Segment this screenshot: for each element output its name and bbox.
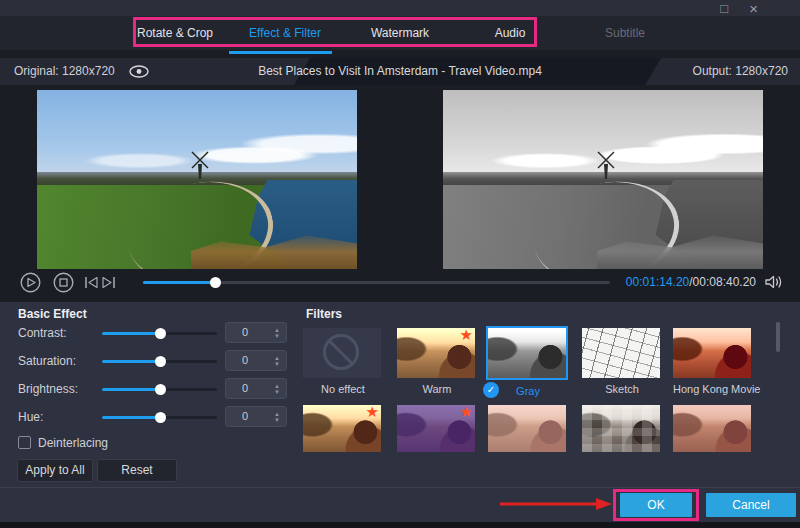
filter-tile-no-effect[interactable]: No effect bbox=[303, 328, 383, 395]
saturation-label: Saturation: bbox=[18, 354, 76, 368]
filter-tile-warm[interactable]: ★ Warm bbox=[397, 328, 477, 395]
thumbnail-art bbox=[582, 405, 660, 452]
filters-scrollbar[interactable] bbox=[776, 322, 780, 352]
filter-label: Hong Kong Movie bbox=[673, 383, 753, 395]
original-video-frame bbox=[37, 90, 357, 269]
no-effect-thumbnail bbox=[303, 328, 381, 378]
video-preview-panel: Original: 1280x720 Best Places to Visit … bbox=[0, 50, 800, 302]
selected-filter-check-icon: ✓ bbox=[483, 382, 499, 398]
current-time: 00:01:14.20 bbox=[626, 275, 689, 289]
spin-down-icon[interactable]: ▼ bbox=[274, 389, 280, 395]
filter-tile-row2-5[interactable] bbox=[673, 405, 751, 452]
close-icon[interactable]: × bbox=[749, 1, 758, 16]
ok-button[interactable]: OK bbox=[620, 493, 692, 517]
gray-thumbnail bbox=[486, 326, 568, 380]
spin-down-icon[interactable]: ▼ bbox=[274, 417, 280, 423]
original-video-preview bbox=[37, 90, 357, 269]
video-info-bar: Original: 1280x720 Best Places to Visit … bbox=[0, 58, 800, 85]
deinterlacing-checkbox[interactable] bbox=[18, 436, 31, 449]
sketch-thumbnail bbox=[582, 328, 660, 378]
tab-subtitle[interactable]: Subtitle bbox=[570, 16, 680, 50]
star-icon: ★ bbox=[460, 328, 473, 344]
contrast-slider-thumb[interactable] bbox=[155, 328, 166, 339]
volume-icon[interactable] bbox=[764, 274, 784, 290]
filter-label: Sketch bbox=[582, 383, 662, 395]
filter-label: Warm bbox=[397, 383, 477, 395]
deinterlacing-label: Deinterlacing bbox=[38, 436, 108, 450]
saturation-slider[interactable] bbox=[102, 360, 217, 363]
hue-slider-fill bbox=[102, 416, 160, 419]
apply-to-all-button[interactable]: Apply to All bbox=[17, 459, 93, 482]
previous-frame-button[interactable] bbox=[84, 276, 99, 289]
hue-value: 0 bbox=[242, 407, 248, 426]
brightness-slider-fill bbox=[102, 388, 160, 391]
filter-label: Gray bbox=[488, 385, 568, 397]
filter-tile-row2-4[interactable] bbox=[582, 405, 660, 452]
thumbnail-art bbox=[582, 328, 660, 378]
contrast-value: 0 bbox=[242, 323, 248, 342]
brightness-slider[interactable] bbox=[102, 388, 217, 391]
saturation-spinner[interactable]: 0 ▲▼ bbox=[225, 350, 287, 371]
cancel-button[interactable]: Cancel bbox=[706, 493, 796, 517]
brightness-slider-thumb[interactable] bbox=[155, 384, 166, 395]
hue-slider[interactable] bbox=[102, 416, 217, 419]
maximize-icon[interactable]: □ bbox=[720, 1, 728, 16]
brightness-value: 0 bbox=[242, 379, 248, 398]
window-bottom-edge bbox=[0, 522, 800, 528]
brightness-spinner[interactable]: 0 ▲▼ bbox=[225, 378, 287, 399]
reset-button[interactable]: Reset bbox=[97, 459, 177, 482]
active-tab-underline bbox=[229, 51, 332, 54]
seek-slider-thumb[interactable] bbox=[210, 277, 221, 288]
saturation-slider-fill bbox=[102, 360, 160, 363]
filters-title: Filters bbox=[306, 307, 342, 321]
basic-effect-title: Basic Effect bbox=[18, 307, 87, 321]
contrast-slider-fill bbox=[102, 332, 160, 335]
tab-audio[interactable]: Audio bbox=[455, 16, 565, 50]
warm-thumbnail: ★ bbox=[397, 328, 475, 378]
thumbnail-art bbox=[673, 405, 751, 452]
tab-effect-filter[interactable]: Effect & Filter bbox=[230, 16, 340, 50]
star-icon: ★ bbox=[366, 405, 379, 421]
stop-button[interactable] bbox=[53, 272, 74, 293]
thumbnail-art bbox=[488, 405, 566, 452]
windmill-silhouette bbox=[187, 150, 213, 180]
seek-progress-fill bbox=[143, 281, 215, 284]
effects-panel: Basic Effect Contrast: 0 ▲▼ Saturation: … bbox=[0, 302, 800, 487]
spin-down-icon[interactable]: ▼ bbox=[274, 361, 280, 367]
filter-tile-row2-1[interactable]: ★ bbox=[303, 405, 381, 452]
saturation-value: 0 bbox=[242, 351, 248, 370]
hue-slider-thumb[interactable] bbox=[155, 412, 166, 423]
tab-watermark[interactable]: Watermark bbox=[345, 16, 455, 50]
no-entry-icon bbox=[323, 334, 359, 370]
contrast-slider[interactable] bbox=[102, 332, 217, 335]
thumbnail-art bbox=[673, 328, 751, 378]
filtered-video-preview bbox=[443, 90, 763, 269]
next-frame-button[interactable] bbox=[101, 276, 116, 289]
annotation-red-arrow bbox=[500, 497, 613, 511]
contrast-label: Contrast: bbox=[18, 326, 67, 340]
filter-label: No effect bbox=[303, 383, 383, 395]
star-icon: ★ bbox=[460, 405, 473, 421]
windmill-silhouette bbox=[593, 150, 619, 180]
saturation-slider-thumb[interactable] bbox=[155, 356, 166, 367]
thumbnail-art bbox=[488, 328, 566, 378]
filter-tile-row2-2[interactable]: ★ bbox=[397, 405, 475, 452]
filter-tile-sketch[interactable]: Sketch bbox=[582, 328, 662, 395]
total-time: /00:08:40.20 bbox=[689, 275, 756, 289]
filter-tile-row2-3[interactable] bbox=[488, 405, 566, 452]
filter-tile-gray-selected[interactable]: Gray bbox=[488, 328, 568, 397]
brightness-label: Brightness: bbox=[18, 382, 78, 396]
output-resolution-label: Output: 1280x720 bbox=[693, 58, 788, 85]
hong-kong-movie-thumbnail bbox=[673, 328, 751, 378]
seek-slider[interactable] bbox=[143, 281, 610, 284]
contrast-spinner[interactable]: 0 ▲▼ bbox=[225, 322, 287, 343]
tab-rotate-crop[interactable]: Rotate & Crop bbox=[120, 16, 230, 50]
play-button[interactable] bbox=[20, 272, 41, 293]
filter-tile-hong-kong-movie[interactable]: Hong Kong Movie bbox=[673, 328, 753, 395]
playback-time: 00:01:14.20/00:08:40.20 bbox=[626, 275, 756, 289]
filtered-video-frame bbox=[443, 90, 763, 269]
window-titlebar: □ × bbox=[0, 0, 800, 16]
hue-label: Hue: bbox=[18, 410, 43, 424]
hue-spinner[interactable]: 0 ▲▼ bbox=[225, 406, 287, 427]
spin-down-icon[interactable]: ▼ bbox=[274, 333, 280, 339]
